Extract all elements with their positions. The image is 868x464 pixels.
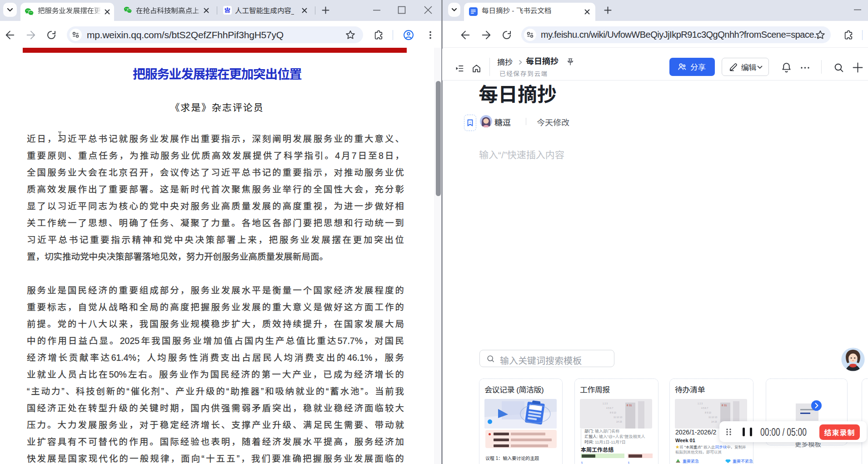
svg-text:8 31: 8 31 bbox=[722, 404, 727, 407]
svg-text:11 12 13: 11 12 13 bbox=[614, 416, 622, 419]
svg-text:8 31: 8 31 bbox=[627, 404, 632, 407]
svg-text:00:00 / 05:00: 00:00 / 05:00 bbox=[760, 426, 807, 438]
svg-text:14 15: 14 15 bbox=[711, 420, 717, 423]
svg-text:8 9 10: 8 9 10 bbox=[705, 411, 711, 414]
svg-text:8 9 10: 8 9 10 bbox=[610, 411, 616, 414]
svg-text:4 5 6 7: 4 5 6 7 bbox=[606, 407, 614, 409]
svg-text:1 2 3: 1 2 3 bbox=[698, 402, 703, 405]
svg-text:14 15: 14 15 bbox=[616, 420, 622, 423]
svg-text:du: du bbox=[226, 10, 229, 13]
svg-text:4 5 6 7: 4 5 6 7 bbox=[701, 407, 708, 409]
svg-text:11 12 13: 11 12 13 bbox=[708, 416, 717, 419]
svg-text:1 2 3: 1 2 3 bbox=[603, 402, 608, 405]
